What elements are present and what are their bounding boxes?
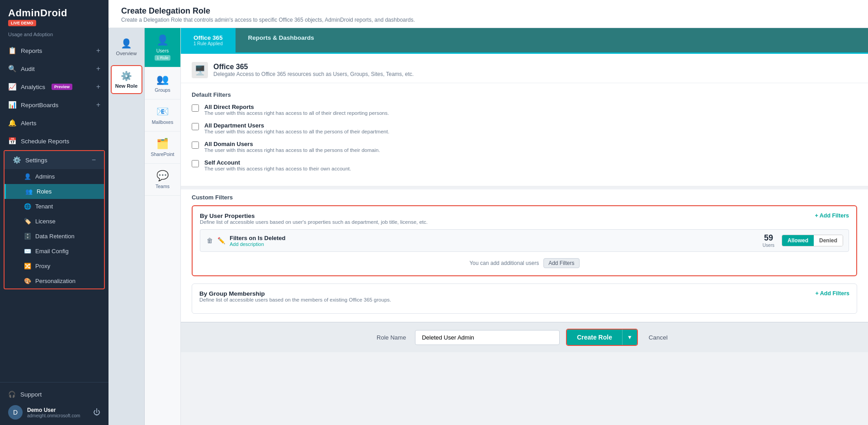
analytics-icon: 📈 (8, 83, 16, 91)
filter-row-direct-reports: All Direct Reports The user with this ac… (192, 104, 857, 116)
sidebar-item-alerts[interactable]: 🔔 Alerts (0, 114, 108, 132)
sidebar-sub-item-tenant[interactable]: 🌐 Tenant (5, 199, 104, 214)
category-sharepoint[interactable]: 🗂️ SharePoint (145, 132, 180, 164)
filter-desc: The user with this access right has acce… (204, 129, 857, 134)
sidebar-sub-item-roles[interactable]: 👥 Roles (5, 184, 104, 199)
right-content: Office 365 1 Rule Applied Reports & Dash… (181, 28, 868, 425)
filter-row-domain-users: All Domain Users The user with this acce… (192, 141, 857, 153)
checkbox-self-account[interactable] (192, 160, 199, 167)
sidebar-bottom: 🎧 Support D Demo User admeight.onmicroso… (0, 382, 108, 425)
by-group-membership-box: By Group Membership Define list of acces… (192, 283, 857, 314)
sidebar-item-label: Alerts (21, 120, 37, 127)
filter-entry-name: Filters on Is Deleted (230, 235, 759, 241)
page-title: Create Delegation Role (121, 6, 855, 16)
expand-icon: + (96, 65, 100, 73)
add-filters-link-user[interactable]: + Add Filters (815, 212, 849, 219)
sidebar-sub-item-proxy[interactable]: 🔀 Proxy (5, 259, 104, 274)
collapse-icon: − (92, 156, 96, 164)
new-role-label: New Role (115, 83, 138, 89)
user-info: Demo User admeight.onmicrosoft.com (27, 407, 93, 418)
tab-reports-dashboards[interactable]: Reports & Dashboards (236, 28, 327, 54)
new-role-button[interactable]: ⚙️ New Role (111, 65, 142, 94)
group-membership-desc: Define list of accessible users based on… (199, 297, 391, 302)
filter-actions: 🗑 ✏️ (206, 236, 226, 245)
allowed-button[interactable]: Allowed (782, 235, 814, 246)
license-icon: 🏷️ (24, 218, 32, 225)
delete-filter-button[interactable]: 🗑 (206, 236, 214, 245)
sidebar-sub-item-admins[interactable]: 👤 Admins (5, 169, 104, 184)
overview-icon: 👤 (121, 38, 132, 49)
category-panel: 👤 Users 1 Rule 👥 Groups 📧 Mailboxes 🗂️ S… (145, 28, 181, 425)
topbar: Create Delegation Role Create a Delegati… (108, 0, 868, 28)
user-properties-desc: Define list of accessible users based on… (200, 219, 428, 225)
sidebar-item-settings[interactable]: ⚙️ Settings − (5, 151, 104, 169)
sidebar-item-reportboards[interactable]: 📊 ReportBoards + (0, 96, 108, 114)
denied-button[interactable]: Denied (814, 235, 843, 246)
sidebar-sub-item-personalization[interactable]: 🎨 Personalization (5, 274, 104, 288)
reportboards-icon: 📊 (8, 101, 16, 109)
overview-button[interactable]: 👤 Overview (108, 33, 144, 61)
tabs-bar: Office 365 1 Rule Applied Reports & Dash… (181, 28, 868, 54)
proxy-icon: 🔀 (24, 263, 32, 269)
left-panel: 👤 Overview ⚙️ New Role (108, 28, 145, 425)
power-icon[interactable]: ⏻ (93, 408, 100, 416)
create-role-dropdown-button[interactable]: ▼ (622, 330, 637, 345)
section-desc: Delegate Access to Office 365 resources … (213, 71, 414, 77)
cat-label: Groups (155, 87, 170, 93)
section-header: 🖥️ Office 365 Delegate Access to Office … (181, 54, 868, 83)
preview-badge: Preview (52, 84, 72, 90)
checkbox-direct-reports[interactable] (192, 104, 199, 112)
category-users[interactable]: 👤 Users 1 Rule (145, 28, 180, 67)
personalization-icon: 🎨 (24, 278, 32, 284)
support-label: Support (20, 391, 42, 398)
tab-label: Reports & Dashboards (248, 34, 314, 41)
sidebar-sub-item-data-retention[interactable]: 🗄️ Data Retention (5, 229, 104, 244)
category-mailboxes[interactable]: 📧 Mailboxes (145, 99, 180, 132)
admins-icon: 👤 (24, 173, 32, 180)
edit-filter-button[interactable]: ✏️ (217, 236, 226, 245)
add-filters-link-group[interactable]: + Add Filters (815, 290, 849, 297)
user-properties-title: By User Properties (200, 212, 428, 219)
sidebar-item-schedule-reports[interactable]: 📅 Schedule Reports (0, 132, 108, 150)
sidebar-subtitle: Usage and Adoption (0, 30, 108, 42)
filter-box-header: By User Properties Define list of access… (200, 212, 849, 225)
filter-desc: The user with this access right has acce… (204, 147, 857, 153)
sidebar-sub-item-license[interactable]: 🏷️ License (5, 214, 104, 229)
tab-office365[interactable]: Office 365 1 Rule Applied (181, 28, 236, 54)
cancel-button[interactable]: Cancel (644, 330, 672, 345)
content-wrapper: 👤 Overview ⚙️ New Role 👤 Users 1 Rule 👥 … (108, 28, 868, 425)
custom-filters-label: Custom Filters (192, 194, 857, 201)
sidebar-sub-item-email-config[interactable]: ✉️ Email Config (5, 244, 104, 259)
cat-label: Users (156, 48, 169, 53)
cat-label: SharePoint (151, 151, 175, 157)
category-teams[interactable]: 💬 Teams (145, 164, 180, 196)
settings-group: ⚙️ Settings − 👤 Admins 👥 Roles 🌐 Tenant … (4, 150, 105, 289)
sidebar-item-label: Schedule Reports (21, 138, 69, 145)
alerts-icon: 🔔 (8, 119, 16, 127)
sub-item-label: Data Retention (35, 233, 75, 240)
support-icon: 🎧 (8, 391, 16, 398)
sidebar-item-audit[interactable]: 🔍 Audit + (0, 60, 108, 78)
logo-area: AdminDroid LIVE DEMO (0, 0, 108, 30)
role-name-input[interactable] (415, 330, 560, 345)
additional-text: You can add additional users (469, 260, 539, 266)
custom-filters-area: Custom Filters By User Properties Define… (181, 189, 868, 322)
checkbox-domain-users[interactable] (192, 142, 199, 149)
create-role-btn-group: Create Role ▼ (566, 329, 638, 346)
sidebar-item-support[interactable]: 🎧 Support (8, 387, 100, 401)
tenant-icon: 🌐 (24, 203, 32, 210)
group-membership-header: By Group Membership Define list of acces… (199, 290, 849, 302)
sidebar-item-reports[interactable]: 📋 Reports + (0, 42, 108, 60)
create-role-button[interactable]: Create Role (567, 330, 622, 345)
filter-desc: The user with this access right has acce… (204, 110, 857, 116)
reports-icon: 📋 (8, 47, 16, 55)
add-filters-button[interactable]: Add Filters (543, 258, 579, 268)
expand-icon: + (96, 101, 100, 109)
add-additional-text: You can add additional users Add Filters (200, 255, 849, 269)
sidebar-item-analytics[interactable]: 📈 Analytics Preview + (0, 78, 108, 96)
category-groups[interactable]: 👥 Groups (145, 67, 180, 99)
filter-entry-desc[interactable]: Add description (230, 241, 759, 247)
checkbox-dept-users[interactable] (192, 123, 199, 130)
nav: 📋 Reports + 🔍 Audit + 📈 Analytics Previe… (0, 42, 108, 382)
sub-item-label: Admins (35, 173, 55, 180)
